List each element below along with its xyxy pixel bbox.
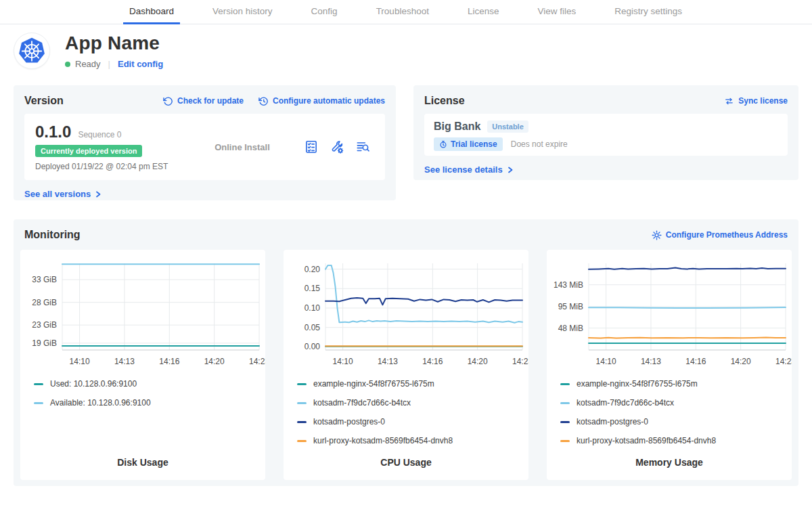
monitoring-section: Monitoring Configure Prometheus Address … bbox=[14, 219, 798, 486]
svg-text:14:13: 14:13 bbox=[114, 357, 135, 366]
svg-text:14:20: 14:20 bbox=[204, 357, 225, 366]
svg-text:14:16: 14:16 bbox=[685, 357, 706, 366]
svg-text:14:23: 14:23 bbox=[249, 357, 265, 366]
chart-legend-disk: Used: 10.128.0.96:9100Available: 10.128.… bbox=[20, 374, 265, 412]
tab-version-history[interactable]: Version history bbox=[206, 0, 279, 24]
sync-license-button[interactable]: Sync license bbox=[724, 96, 788, 106]
legend-label: kotsadm-postgres-0 bbox=[313, 417, 385, 426]
legend-item: kurl-proxy-kotsadm-8569fb6454-dnvh8 bbox=[297, 431, 528, 450]
version-section: Version Check for update bbox=[14, 85, 396, 200]
svg-text:14:23: 14:23 bbox=[775, 357, 792, 366]
page-title: App Name bbox=[65, 32, 163, 54]
see-license-details-link[interactable]: See license details bbox=[424, 164, 514, 175]
svg-text:0.15: 0.15 bbox=[304, 284, 321, 293]
configure-automatic-updates-button[interactable]: Configure automatic updates bbox=[258, 96, 385, 106]
tab-dashboard[interactable]: Dashboard bbox=[123, 0, 180, 24]
svg-text:14:13: 14:13 bbox=[378, 357, 398, 366]
deployed-version-card: 0.1.0 Sequence 0 Currently deployed vers… bbox=[24, 114, 385, 180]
chart-title: Memory Usage bbox=[547, 457, 792, 480]
license-section: License Sync license Big Bank Unstable bbox=[413, 85, 798, 180]
svg-text:14:10: 14:10 bbox=[70, 357, 90, 366]
version-number: 0.1.0 bbox=[35, 123, 71, 141]
legend-dash bbox=[560, 440, 570, 442]
legend-dash bbox=[560, 402, 570, 404]
tab-view-files[interactable]: View files bbox=[531, 0, 582, 24]
chevron-right-icon bbox=[506, 166, 514, 174]
legend-item: Available: 10.128.0.96:9100 bbox=[34, 393, 265, 412]
svg-text:14:10: 14:10 bbox=[596, 357, 616, 366]
license-expiry: Does not expire bbox=[511, 139, 568, 149]
sequence-label: Sequence 0 bbox=[78, 130, 121, 139]
legend-label: Available: 10.128.0.96:9100 bbox=[50, 398, 151, 408]
legend-item: kotsadm-postgres-0 bbox=[297, 412, 528, 431]
legend-dash bbox=[297, 421, 307, 423]
tab-license[interactable]: License bbox=[461, 0, 505, 24]
trial-license-badge: Trial license bbox=[434, 137, 503, 151]
chart-card-disk: 19 GiB23 GiB28 GiB33 GiB14:1014:1314:161… bbox=[20, 250, 265, 480]
chart-title: Disk Usage bbox=[20, 457, 265, 480]
config-wrench-icon[interactable] bbox=[330, 139, 344, 154]
legend-item: kotsadm-7f9dc7d66c-b4tcx bbox=[297, 393, 528, 412]
check-for-update-button[interactable]: Check for update bbox=[163, 96, 244, 106]
chart-legend-cpu: example-nginx-54f8f76755-l675mkotsadm-7f… bbox=[284, 374, 528, 450]
version-section-title: Version bbox=[24, 95, 64, 107]
legend-item: kotsadm-7f9dc7d66c-b4tcx bbox=[560, 393, 792, 412]
license-card: Big Bank Unstable Trial license Does not… bbox=[424, 114, 788, 156]
stopwatch-icon bbox=[439, 140, 447, 148]
svg-text:143 MiB: 143 MiB bbox=[554, 280, 583, 290]
divider: | bbox=[108, 59, 110, 69]
tab-config[interactable]: Config bbox=[305, 0, 344, 24]
legend-dash bbox=[34, 402, 43, 404]
refresh-icon bbox=[163, 96, 173, 106]
chart-plot-disk: 19 GiB23 GiB28 GiB33 GiB14:1014:1314:161… bbox=[20, 255, 265, 370]
svg-text:14:20: 14:20 bbox=[468, 357, 488, 366]
top-nav: Dashboard Version history Config Trouble… bbox=[0, 0, 812, 24]
edit-config-link[interactable]: Edit config bbox=[118, 59, 163, 69]
charts-row: 19 GiB23 GiB28 GiB33 GiB14:1014:1314:161… bbox=[20, 250, 792, 480]
legend-item: kurl-proxy-kotsadm-8569fb6454-dnvh8 bbox=[560, 431, 792, 450]
svg-text:0.00: 0.00 bbox=[304, 342, 321, 351]
svg-text:19 GiB: 19 GiB bbox=[32, 338, 57, 348]
svg-text:0.10: 0.10 bbox=[304, 303, 321, 313]
sync-icon bbox=[724, 96, 734, 106]
svg-text:0.05: 0.05 bbox=[304, 323, 321, 332]
chart-plot-cpu: 0.000.050.100.150.2014:1014:1314:1614:20… bbox=[284, 255, 528, 370]
legend-dash bbox=[34, 383, 43, 385]
kubernetes-logo bbox=[14, 32, 50, 69]
chart-card-memory: 48 MiB95 MiB143 MiB14:1014:1314:1614:201… bbox=[547, 250, 792, 480]
legend-dash bbox=[297, 402, 307, 404]
svg-text:0.20: 0.20 bbox=[304, 265, 321, 274]
view-logs-icon[interactable] bbox=[355, 139, 370, 154]
chart-legend-memory: example-nginx-54f8f76755-l675mkotsadm-7f… bbox=[547, 374, 792, 450]
legend-item: example-nginx-54f8f76755-l675m bbox=[297, 374, 528, 393]
svg-text:33 GiB: 33 GiB bbox=[32, 275, 57, 284]
svg-text:48 MiB: 48 MiB bbox=[558, 324, 583, 333]
configure-prometheus-link[interactable]: Configure Prometheus Address bbox=[652, 230, 788, 240]
svg-text:14:13: 14:13 bbox=[641, 357, 661, 366]
gear-icon bbox=[652, 230, 662, 240]
install-type-label: Online Install bbox=[215, 142, 270, 152]
legend-dash bbox=[560, 383, 570, 385]
deployed-timestamp: Deployed 01/19/22 @ 02:04 pm EST bbox=[35, 162, 181, 171]
tab-troubleshoot[interactable]: Troubleshoot bbox=[370, 0, 435, 24]
tab-registry-settings[interactable]: Registry settings bbox=[608, 0, 688, 24]
legend-label: Used: 10.128.0.96:9100 bbox=[50, 379, 137, 389]
legend-label: kotsadm-postgres-0 bbox=[577, 417, 648, 426]
license-section-title: License bbox=[424, 95, 465, 107]
chart-title: CPU Usage bbox=[284, 457, 528, 480]
svg-text:14:16: 14:16 bbox=[422, 357, 443, 366]
license-name: Big Bank bbox=[434, 120, 480, 133]
schedule-icon bbox=[258, 96, 269, 106]
channel-badge: Unstable bbox=[487, 120, 528, 133]
preflight-checks-icon[interactable] bbox=[304, 139, 319, 154]
legend-label: example-nginx-54f8f76755-l675m bbox=[577, 379, 698, 389]
legend-label: kurl-proxy-kotsadm-8569fb6454-dnvh8 bbox=[577, 436, 716, 445]
legend-dash bbox=[297, 440, 307, 442]
svg-text:14:23: 14:23 bbox=[512, 357, 528, 366]
see-all-versions-link[interactable]: See all versions bbox=[24, 189, 102, 199]
legend-label: example-nginx-54f8f76755-l675m bbox=[313, 379, 434, 389]
chart-card-cpu: 0.000.050.100.150.2014:1014:1314:1614:20… bbox=[284, 250, 528, 480]
legend-dash bbox=[560, 421, 570, 423]
svg-text:14:16: 14:16 bbox=[159, 357, 179, 366]
legend-label: kotsadm-7f9dc7d66c-b4tcx bbox=[313, 398, 411, 408]
